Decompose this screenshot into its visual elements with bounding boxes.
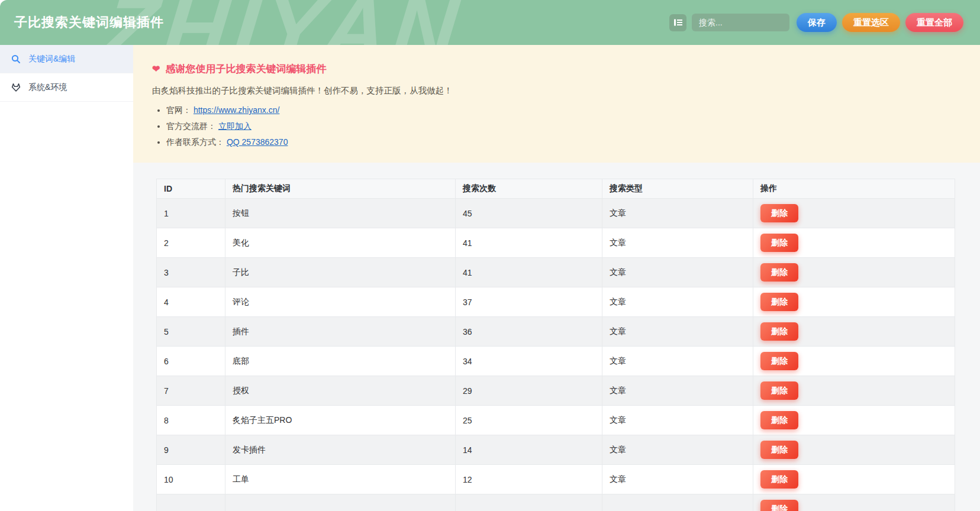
column-header-keyword: 热门搜索关键词 <box>225 179 456 199</box>
heart-icon: ❤ <box>152 64 160 74</box>
cell-count: 12 <box>456 465 602 494</box>
reset-all-button[interactable]: 重置全部 <box>905 13 963 32</box>
cell-id: 4 <box>157 287 225 317</box>
sidebar-item-keywords-edit[interactable]: 关键词&编辑 <box>0 45 133 73</box>
table-row: 删除 <box>157 494 955 511</box>
cell-id <box>157 494 225 511</box>
keyword-table: ID 热门搜索关键词 搜索次数 搜索类型 操作 1 按钮 45 文章 删除 2 … <box>156 179 955 511</box>
cell-keyword: 按钮 <box>225 199 456 228</box>
cell-id: 6 <box>157 347 225 376</box>
table-header-row: ID 热门搜索关键词 搜索次数 搜索类型 操作 <box>157 179 955 199</box>
cell-type: 文章 <box>602 199 753 228</box>
cell-actions: 删除 <box>753 287 955 317</box>
cell-keyword: 授权 <box>225 376 456 406</box>
delete-button[interactable]: 删除 <box>760 441 798 459</box>
notice-link-list: 官网： https://www.zhiyanx.cn/ 官方交流群： 立即加入 … <box>152 105 961 148</box>
cell-type: 文章 <box>602 376 753 406</box>
cell-actions: 删除 <box>753 199 955 228</box>
sidebar-item-system-env[interactable]: 系统&环境 <box>0 73 133 102</box>
cell-type: 文章 <box>602 435 753 465</box>
cell-actions: 删除 <box>753 406 955 435</box>
official-site-link[interactable]: https://www.zhiyanx.cn/ <box>194 105 280 115</box>
topbar-controls: 保存 重置选区 重置全部 <box>669 13 963 32</box>
join-group-link[interactable]: 立即加入 <box>218 121 252 131</box>
table-row: 1 按钮 45 文章 删除 <box>157 199 955 228</box>
keyword-table-wrap: ID 热门搜索关键词 搜索次数 搜索类型 操作 1 按钮 45 文章 删除 2 … <box>156 179 955 511</box>
cell-keyword: 美化 <box>225 228 456 258</box>
cell-type: 文章 <box>602 317 753 347</box>
keyword-table-body: 1 按钮 45 文章 删除 2 美化 41 文章 删除 3 子比 41 文章 删… <box>157 199 955 511</box>
author-contact-link[interactable]: QQ 2573862370 <box>227 137 288 147</box>
column-header-actions: 操作 <box>753 179 955 199</box>
cell-id: 7 <box>157 376 225 406</box>
app-window: ZHIYAN 子比搜索关键词编辑插件 保存 重置选区 重置全部 <box>0 0 980 511</box>
search-input[interactable] <box>692 14 789 31</box>
delete-button[interactable]: 删除 <box>760 381 798 400</box>
cell-count: 36 <box>456 317 602 347</box>
cell-id: 10 <box>157 465 225 494</box>
notice-description: 由炙焰科技推出的子比搜索关键词编辑插件！创作不易，支持正版，从我做起！ <box>152 85 961 96</box>
cell-type: 文章 <box>602 287 753 317</box>
table-row: 3 子比 41 文章 删除 <box>157 258 955 287</box>
search-icon <box>11 54 21 64</box>
cell-id: 3 <box>157 258 225 287</box>
cell-count: 34 <box>456 347 602 376</box>
cell-count: 14 <box>456 435 602 465</box>
gitlab-icon <box>11 83 21 92</box>
delete-button[interactable]: 删除 <box>760 500 798 511</box>
cell-type: 文章 <box>602 347 753 376</box>
cell-type: 文章 <box>602 465 753 494</box>
cell-actions: 删除 <box>753 376 955 406</box>
delete-button[interactable]: 删除 <box>760 322 798 341</box>
delete-button[interactable]: 删除 <box>760 234 798 252</box>
delete-button[interactable]: 删除 <box>760 352 798 370</box>
cell-keyword: 工单 <box>225 465 456 494</box>
link-prefix: 官网： <box>166 105 191 115</box>
delete-button[interactable]: 删除 <box>760 470 798 489</box>
column-header-count: 搜索次数 <box>456 179 602 199</box>
list-item: 作者联系方式： QQ 2573862370 <box>166 137 961 148</box>
cell-actions: 删除 <box>753 435 955 465</box>
main-content: ❤ 感谢您使用子比搜索关键词编辑插件 由炙焰科技推出的子比搜索关键词编辑插件！创… <box>133 45 980 511</box>
notice-title: ❤ 感谢您使用子比搜索关键词编辑插件 <box>152 62 961 76</box>
page-title: 子比搜索关键词编辑插件 <box>14 14 164 31</box>
cell-keyword: 子比 <box>225 258 456 287</box>
table-row: 4 评论 37 文章 删除 <box>157 287 955 317</box>
list-toggle-button[interactable] <box>669 14 686 31</box>
column-header-id: ID <box>157 179 225 199</box>
delete-button[interactable]: 删除 <box>760 293 798 311</box>
cell-actions: 删除 <box>753 317 955 347</box>
reset-selection-button[interactable]: 重置选区 <box>842 13 900 32</box>
top-bar: ZHIYAN 子比搜索关键词编辑插件 保存 重置选区 重置全部 <box>0 0 980 45</box>
notice-panel: ❤ 感谢您使用子比搜索关键词编辑插件 由炙焰科技推出的子比搜索关键词编辑插件！创… <box>133 45 980 163</box>
cell-actions: 删除 <box>753 228 955 258</box>
save-button[interactable]: 保存 <box>797 13 837 32</box>
list-item: 官方交流群： 立即加入 <box>166 121 961 132</box>
cell-actions: 删除 <box>753 465 955 494</box>
table-row: 9 发卡插件 14 文章 删除 <box>157 435 955 465</box>
cell-id: 2 <box>157 228 225 258</box>
cell-actions: 删除 <box>753 494 955 511</box>
cell-type <box>602 494 753 511</box>
delete-button[interactable]: 删除 <box>760 204 798 222</box>
delete-button[interactable]: 删除 <box>760 263 798 282</box>
link-prefix: 作者联系方式： <box>166 137 224 147</box>
cell-count: 37 <box>456 287 602 317</box>
cell-keyword: 插件 <box>225 317 456 347</box>
delete-button[interactable]: 删除 <box>760 411 798 429</box>
cell-count: 29 <box>456 376 602 406</box>
cell-id: 9 <box>157 435 225 465</box>
list-item: 官网： https://www.zhiyanx.cn/ <box>166 105 961 116</box>
link-prefix: 官方交流群： <box>166 121 216 131</box>
cell-keyword <box>225 494 456 511</box>
notice-title-text: 感谢您使用子比搜索关键词编辑插件 <box>165 62 326 76</box>
cell-type: 文章 <box>602 406 753 435</box>
cell-id: 8 <box>157 406 225 435</box>
cell-id: 5 <box>157 317 225 347</box>
sidebar: 关键词&编辑 系统&环境 <box>0 45 133 511</box>
cell-count: 45 <box>456 199 602 228</box>
layout: 关键词&编辑 系统&环境 ❤ 感谢您使用子比搜索关键词编辑插件 由炙焰科技推出的… <box>0 45 980 511</box>
cell-count <box>456 494 602 511</box>
table-row: 5 插件 36 文章 删除 <box>157 317 955 347</box>
cell-keyword: 评论 <box>225 287 456 317</box>
